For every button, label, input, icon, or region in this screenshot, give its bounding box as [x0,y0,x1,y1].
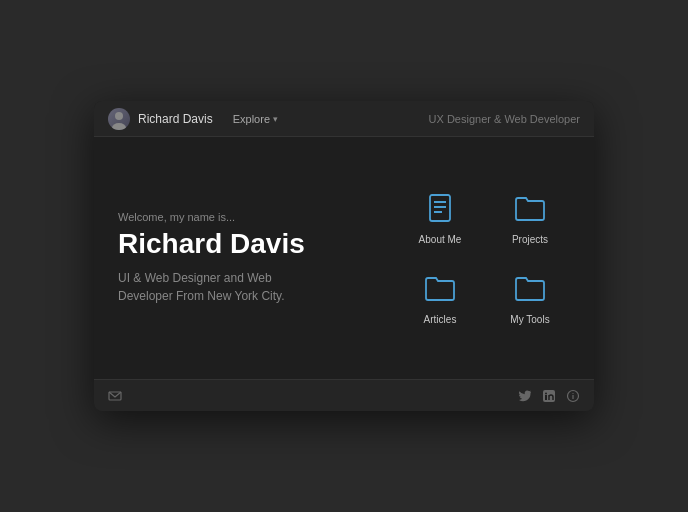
footer-right [518,389,580,403]
card-projects[interactable]: Projects [490,183,570,253]
card-about-me[interactable]: About Me [400,183,480,253]
chevron-down-icon: ▾ [273,114,278,124]
welcome-text: Welcome, my name is... [118,211,370,223]
folder-icon-articles [424,272,456,308]
svg-point-1 [112,123,126,130]
main-content: Welcome, my name is... Richard Davis UI … [94,137,594,379]
email-icon[interactable] [108,389,122,403]
footer-left [108,389,122,403]
hero-description: UI & Web Designer and Web Developer From… [118,269,288,305]
card-my-tools-label: My Tools [510,314,549,325]
hero-section: Welcome, my name is... Richard Davis UI … [118,157,390,359]
hero-name: Richard Davis [118,229,370,260]
card-about-me-label: About Me [419,234,462,245]
folder-icon-projects [514,192,546,228]
linkedin-icon[interactable] [542,389,556,403]
card-projects-label: Projects [512,234,548,245]
folder-icon-tools [514,272,546,308]
svg-point-12 [572,392,573,393]
footer [94,379,594,411]
avatar-image [108,108,130,130]
card-articles-label: Articles [424,314,457,325]
navbar-left: Richard Davis Explore ▾ [108,108,278,130]
portfolio-window: Richard Davis Explore ▾ UX Designer & We… [94,101,594,411]
explore-menu[interactable]: Explore ▾ [233,113,278,125]
card-my-tools[interactable]: My Tools [490,263,570,333]
svg-point-0 [115,112,123,120]
card-articles[interactable]: Articles [400,263,480,333]
svg-point-9 [545,392,547,394]
nav-role: UX Designer & Web Developer [429,113,580,125]
svg-rect-2 [430,195,450,221]
cards-grid: About Me Projects Articles [390,157,570,359]
svg-rect-8 [545,395,547,400]
info-icon[interactable] [566,389,580,403]
avatar [108,108,130,130]
nav-name: Richard Davis [138,112,213,126]
twitter-icon[interactable] [518,389,532,403]
explore-label: Explore [233,113,270,125]
file-icon [424,192,456,228]
navbar: Richard Davis Explore ▾ UX Designer & We… [94,101,594,137]
